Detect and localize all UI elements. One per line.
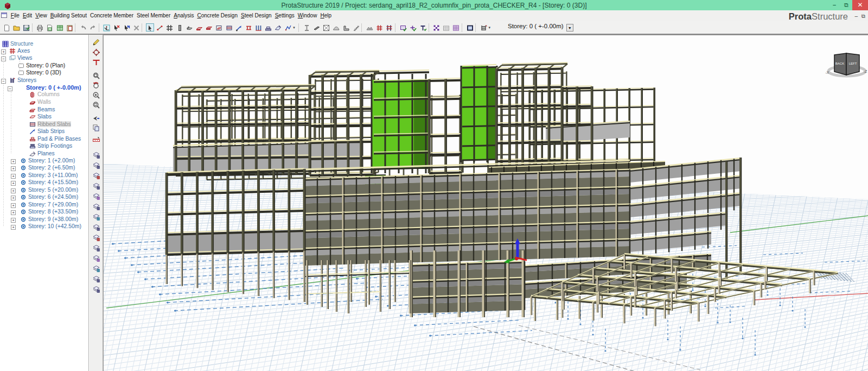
- svg-text:BACK: BACK: [835, 62, 844, 65]
- svg-text:-X: -X: [826, 71, 829, 74]
- svg-text:LEFT: LEFT: [849, 62, 857, 65]
- svg-text:-Z: -Z: [864, 70, 867, 73]
